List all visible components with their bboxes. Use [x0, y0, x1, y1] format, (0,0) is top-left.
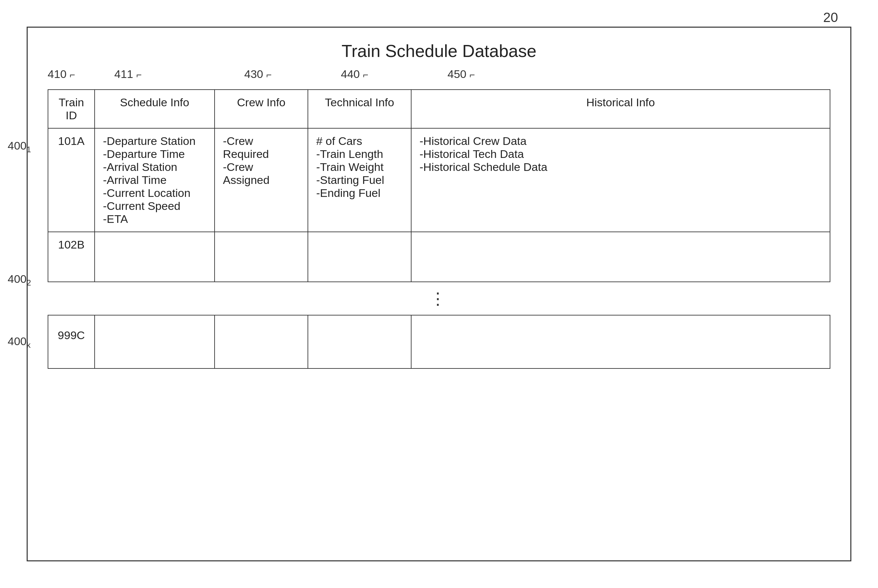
main-table: Train ID Schedule Info Crew Info Technic…	[48, 89, 830, 282]
header-schedule-info: Schedule Info	[95, 90, 215, 128]
row1-schedule-info: -Departure Station -Departure Time -Arri…	[95, 128, 215, 232]
row1-ref-label: 4001	[8, 139, 31, 154]
continuation-dots: ⋮	[28, 282, 850, 315]
rowk-technical-info	[308, 315, 411, 369]
row2-historical-info	[411, 232, 830, 282]
table-row-last: 999C	[48, 315, 830, 369]
table-row-2: 102B	[48, 232, 830, 282]
row2-schedule-info	[95, 232, 215, 282]
row2-train-id: 102B	[48, 232, 95, 282]
row1-historical-info: -Historical Crew Data -Historical Tech D…	[411, 128, 830, 232]
row1-train-id: 101A	[48, 128, 95, 232]
table-row-1: 101A -Departure Station -Departure Time …	[48, 128, 830, 232]
ref-440: 440 ⌐	[341, 68, 369, 81]
db-title: Train Schedule Database	[28, 28, 850, 68]
last-table-container: 400k 999C	[48, 315, 830, 369]
row2-ref-label: 4002	[8, 273, 31, 288]
rowk-schedule-info	[95, 315, 215, 369]
header-historical-info: Historical Info	[411, 90, 830, 128]
row1-technical-info: # of Cars -Train Length -Train Weight -S…	[308, 128, 411, 232]
last-table: 999C	[48, 315, 830, 369]
header-train-id: Train ID	[48, 90, 95, 128]
outer-container: Train Schedule Database 410 ⌐ 411 ⌐ 430 …	[27, 27, 851, 561]
header-technical-info: Technical Info	[308, 90, 411, 128]
rowk-crew-info	[215, 315, 308, 369]
ref-411: 411 ⌐	[114, 68, 142, 81]
row2-technical-info	[308, 232, 411, 282]
row1-crew-info: -Crew Required -Crew Assigned	[215, 128, 308, 232]
ref-430: 430 ⌐	[244, 68, 272, 81]
header-row: Train ID Schedule Info Crew Info Technic…	[48, 90, 830, 128]
rowk-ref-label: 400k	[8, 335, 31, 350]
rowk-train-id: 999C	[48, 315, 95, 369]
header-crew-info: Crew Info	[215, 90, 308, 128]
diagram-number: 20	[823, 10, 838, 25]
ref-410: 410 ⌐	[48, 68, 75, 81]
ref-450: 450 ⌐	[447, 68, 475, 81]
rowk-historical-info	[411, 315, 830, 369]
row2-crew-info	[215, 232, 308, 282]
